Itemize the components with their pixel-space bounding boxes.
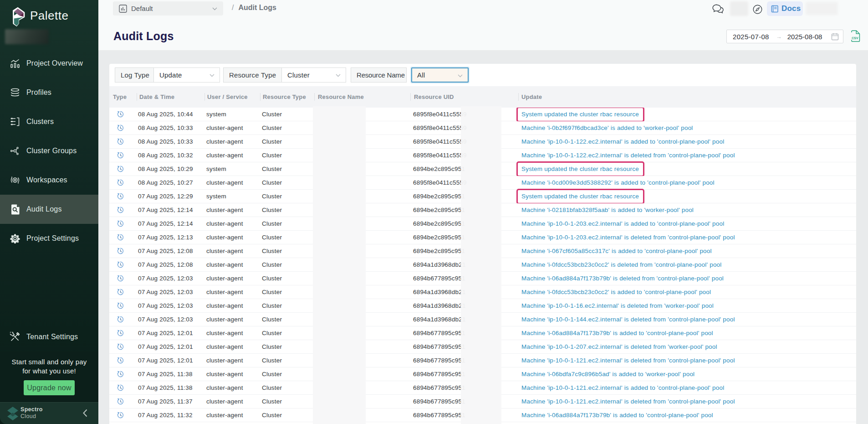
svg-text:CSV: CSV (852, 36, 858, 40)
